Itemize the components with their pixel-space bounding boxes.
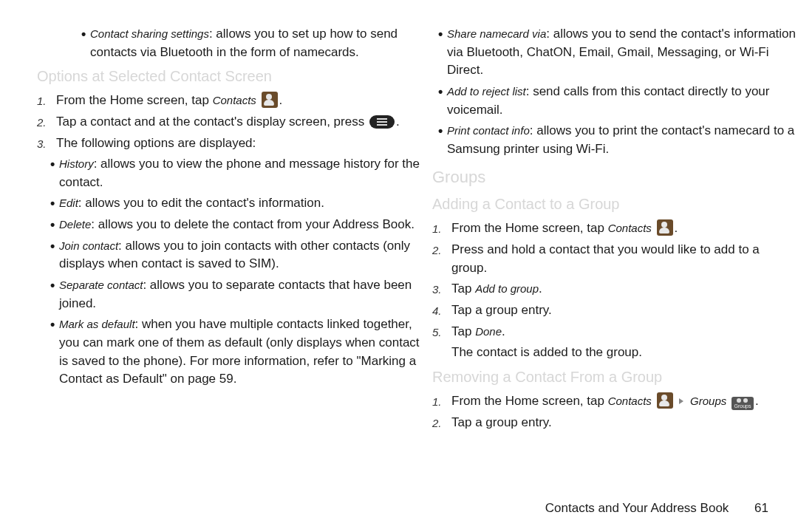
step-num: 4. (432, 301, 451, 320)
term-contacts: Contacts (213, 94, 256, 106)
term-print-contact: Print contact info (447, 124, 530, 137)
add-step-1: 1. From the Home screen, tap Contacts . (432, 219, 798, 238)
step-body: Tap Add to group. (451, 280, 798, 299)
step-body: Tap a group entry. (451, 301, 798, 320)
step-body: Tap Done. (451, 323, 798, 341)
bullet-join-contact: • Join contact: allows you to join conta… (50, 237, 429, 273)
heading-options-selected: Options at Selected Contact Screen (37, 66, 429, 87)
bullet-dot: • (438, 83, 447, 119)
bullet-body: Separate contact: allows you to separate… (59, 276, 429, 313)
term-separate: Separate contact (59, 279, 143, 291)
bullet-dot: • (50, 216, 59, 234)
add-step-3: 3. Tap Add to group. (432, 280, 798, 299)
heading-removing-contact: Removing a Contact From a Group (432, 366, 798, 388)
right-column: • Share namecard via: allows you to send… (432, 22, 798, 434)
step-num: 5. (432, 323, 451, 341)
step-num: 1. (37, 92, 56, 110)
heading-adding-contact: Adding a Contact to a Group (432, 194, 798, 215)
add-step-5: 5. Tap Done. (432, 323, 798, 341)
step-num: 2. (432, 241, 451, 277)
bullet-history: • History: allows you to view the phone … (50, 155, 429, 191)
bullet-dot: • (81, 25, 90, 61)
bullet-dot: • (50, 276, 59, 313)
bullet-add-reject: • Add to reject list: send calls from th… (438, 83, 798, 119)
contacts-icon (657, 219, 673, 236)
contacts-icon (657, 392, 673, 409)
bullet-dot: • (50, 237, 59, 273)
rem-step1-a: From the Home screen, tap (451, 394, 608, 408)
add-result: The contact is added to the group. (451, 344, 798, 362)
text-history: : allows you to view the phone and messa… (59, 157, 420, 189)
term-done: Done (475, 325, 502, 338)
term-history: History (59, 157, 94, 170)
menu-icon (369, 115, 395, 129)
bullet-body: Contact sharing settings: allows you to … (90, 25, 429, 61)
term-contact-sharing: Contact sharing settings (90, 27, 209, 40)
arrow-icon (679, 398, 683, 404)
step-num: 1. (432, 219, 451, 238)
rem-step1-b: . (755, 394, 759, 408)
rem-step-2: 2. Tap a group entry. (432, 414, 798, 432)
term-join: Join contact (59, 239, 118, 252)
add-step1-a: From the Home screen, tap (451, 221, 608, 235)
groups-icon: Groups (732, 397, 754, 410)
bullet-body: Delete: allows you to delete the contact… (59, 216, 429, 234)
add-step3-a: Tap (451, 282, 475, 296)
term-groups: Groups (690, 395, 726, 407)
step-1: 1. From the Home screen, tap Contacts . (37, 92, 429, 110)
bullet-body: Mark as default: when you have multiple … (59, 316, 429, 389)
manual-page: • Contact sharing settings: allows you t… (0, 0, 798, 532)
step-body: Tap a contact and at the contact's displ… (56, 113, 429, 132)
page-number: 61 (754, 501, 768, 516)
add-step3-b: . (539, 282, 542, 296)
bullet-body: History: allows you to view the phone an… (59, 155, 429, 191)
left-column: • Contact sharing settings: allows you t… (37, 22, 429, 392)
bullet-body: Share namecard via: allows you to send t… (447, 25, 798, 80)
bullet-dot: • (438, 122, 447, 158)
step-body: Press and hold a contact that you would … (451, 241, 798, 277)
text-edit: : allows you to edit the contact's infor… (78, 196, 324, 210)
step-body: Tap a group entry. (451, 414, 798, 432)
term-mark-default: Mark as default (59, 318, 135, 330)
contacts-icon (262, 92, 278, 108)
step-num: 1. (432, 392, 451, 411)
bullet-contact-sharing: • Contact sharing settings: allows you t… (81, 25, 429, 61)
step-3: 3. The following options are displayed: (37, 134, 429, 153)
step-2: 2. Tap a contact and at the contact's di… (37, 113, 429, 132)
step-body: From the Home screen, tap Contacts . (56, 92, 429, 110)
step1-text-a: From the Home screen, tap (56, 93, 213, 107)
term-contacts: Contacts (608, 222, 652, 234)
bullet-separate-contact: • Separate contact: allows you to separa… (50, 276, 429, 313)
step-body: From the Home screen, tap Contacts . (451, 219, 798, 238)
footer-title: Contacts and Your Address Book (545, 501, 729, 515)
bullet-body: Edit: allows you to edit the contact's i… (59, 194, 429, 213)
bullet-dot: • (50, 155, 59, 191)
bullet-body: Add to reject list: send calls from this… (447, 83, 798, 119)
bullet-delete: • Delete: allows you to delete the conta… (50, 216, 429, 234)
step1-text-b: . (279, 93, 283, 107)
bullet-share-namecard: • Share namecard via: allows you to send… (438, 25, 798, 80)
step-num: 3. (37, 134, 56, 153)
step-body: From the Home screen, tap Contacts Group… (451, 392, 798, 411)
step2-text: Tap a contact and at the contact's displ… (56, 115, 368, 129)
bullet-print-contact: • Print contact info: allows you to prin… (438, 122, 798, 158)
add-step5-b: . (502, 324, 505, 338)
term-add-reject: Add to reject list (447, 85, 526, 98)
add-step-2: 2. Press and hold a contact that you wou… (432, 241, 798, 277)
term-add-to-group: Add to group (475, 282, 539, 295)
step-num: 3. (432, 280, 451, 299)
text-delete: : allows you to delete the contact from … (91, 217, 415, 231)
bullet-dot: • (50, 316, 59, 389)
bullet-mark-default: • Mark as default: when you have multipl… (50, 316, 429, 389)
rem-step-1: 1. From the Home screen, tap Contacts Gr… (432, 392, 798, 411)
step-body: The following options are displayed: (56, 134, 429, 153)
bullet-body: Join contact: allows you to join contact… (59, 237, 429, 273)
term-share-namecard: Share namecard via (447, 27, 546, 40)
step2-text-b: . (396, 115, 400, 129)
step-num: 2. (432, 414, 451, 432)
heading-groups: Groups (432, 166, 798, 189)
term-contacts: Contacts (608, 395, 652, 407)
step-num: 2. (37, 113, 56, 132)
bullet-edit: • Edit: allows you to edit the contact's… (50, 194, 429, 213)
bullet-body: Print contact info: allows you to print … (447, 122, 798, 158)
